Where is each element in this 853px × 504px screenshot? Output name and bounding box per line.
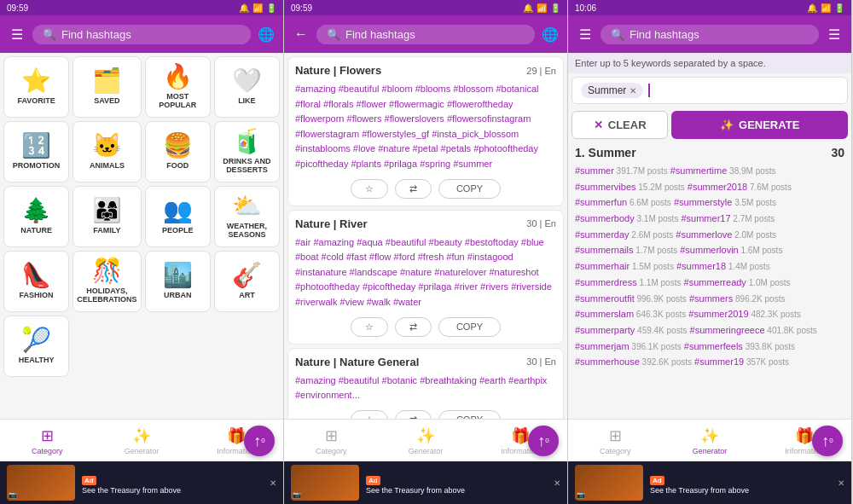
category-item-art[interactable]: 🎸 ART	[214, 251, 280, 312]
tag-count-10: 1.7M posts	[633, 246, 677, 255]
remove-tag-icon[interactable]: ✕	[630, 86, 636, 96]
result-tag-item-7[interactable]: #summer17 2.7M posts	[681, 213, 775, 223]
nav-generator-1[interactable]: ✨ Generator	[95, 420, 189, 461]
nav-generator-2[interactable]: ✨ Generator	[379, 420, 473, 461]
result-tag-item-17[interactable]: #summers 896.2K posts	[689, 293, 786, 304]
hashtag-section-flowers: Nature | Flowers 29 | En #amazing #beaut…	[287, 56, 564, 206]
tag-count-0: 391.7M posts	[614, 166, 668, 176]
nav-category-2[interactable]: ⊞ Category	[284, 420, 379, 461]
shuffle-btn-flowers[interactable]: ⇄	[395, 179, 432, 199]
category-label-animals: ANIMALS	[90, 161, 125, 170]
category-item-people[interactable]: 👥 PEOPLE	[145, 186, 211, 247]
result-tag-item-24[interactable]: #summerhouse 392.6K posts	[575, 356, 694, 367]
tag-name-18: #summerslam	[575, 309, 634, 319]
result-tag-item-16[interactable]: #summeroutfit 996.9K posts	[575, 293, 689, 304]
category-item-drinks_desserts[interactable]: 🧃 DRINKS AND DESSERTS	[214, 121, 280, 182]
panel-2-hashtags: 09:59 🔔 📶 🔋 ← 🔍 Find hashtags 🌐 Nature |…	[284, 0, 568, 504]
category-item-healthy[interactable]: 🎾 HEALTHY	[3, 316, 69, 377]
result-tag-item-14[interactable]: #summerdress 1.1M posts	[575, 277, 684, 287]
category-icon-animals: 🐱	[92, 134, 122, 158]
result-tag-item-6[interactable]: #summerbody 3.1M posts	[575, 213, 681, 223]
search-placeholder-2: Find hashtags	[345, 28, 415, 41]
result-tag-item-18[interactable]: #summerslam 646.3K posts	[575, 309, 688, 319]
search-box-2[interactable]: 🔍 Find hashtags	[316, 25, 535, 44]
favorite-btn-river[interactable]: ☆	[351, 317, 388, 337]
shuffle-btn-nature_general[interactable]: ⇄	[395, 410, 432, 419]
result-tag-item-11[interactable]: #summerlovin 1.6M posts	[680, 245, 782, 255]
nav-category-1[interactable]: ⊞ Category	[0, 420, 95, 461]
category-item-promotion[interactable]: 🔢 PROMOTION	[3, 121, 69, 182]
fab-counter-2[interactable]: ↑ 0	[528, 426, 559, 456]
keyword-input-area[interactable]: Summer ✕	[572, 77, 848, 104]
category-grid: ⭐ FAVORITE 🗂️ SAVED 🔥 MOST POPULAR 🤍 LIK…	[0, 53, 283, 380]
result-tag-item-2[interactable]: #summervibes 15.2M posts	[575, 182, 688, 192]
nav-category-3[interactable]: ⊞ Category	[568, 420, 663, 461]
result-tag-item-20[interactable]: #summerparty 459.4K posts	[575, 325, 690, 335]
shuffle-btn-river[interactable]: ⇄	[395, 317, 432, 337]
result-tag-item-25[interactable]: #summer19 357K posts	[694, 356, 789, 367]
category-item-holidays_celebrations[interactable]: 🎊 HOLIDAYS, CELEBRATIONS	[73, 251, 141, 312]
category-item-family[interactable]: 👨‍👩‍👧 FAMILY	[73, 186, 141, 247]
result-tag-item-9[interactable]: #summerlove 2.0M posts	[676, 229, 776, 240]
keyword-tag-summer[interactable]: Summer ✕	[581, 83, 643, 98]
hamburger-icon-3[interactable]: ☰	[577, 26, 594, 43]
category-item-nature[interactable]: 🌲 NATURE	[3, 186, 69, 247]
clear-button[interactable]: ✕ CLEAR	[572, 111, 668, 139]
search-box-1[interactable]: 🔍 Find hashtags	[32, 25, 251, 44]
back-icon-2[interactable]: ←	[293, 26, 310, 43]
result-count: 30	[831, 146, 844, 159]
ad-close-2[interactable]: ✕	[554, 478, 560, 488]
result-tag-item-12[interactable]: #summerhair 1.5M posts	[575, 261, 676, 271]
info-icon-2: 🎁	[511, 426, 530, 445]
result-tag-item-23[interactable]: #summerfeels 393.8K posts	[684, 341, 795, 351]
category-item-food[interactable]: 🍔 FOOD	[145, 121, 211, 182]
tag-name-2: #summervibes	[575, 182, 636, 192]
result-tag-item-4[interactable]: #summerfun 6.6M posts	[575, 197, 674, 207]
result-tag-item-21[interactable]: #summeringreece 401.8K posts	[690, 325, 817, 335]
generate-button[interactable]: ✨ GENERATE	[671, 111, 848, 139]
fab-counter-1[interactable]: ↑ 0	[244, 426, 275, 456]
result-tag-item-13[interactable]: #summer18 1.4M posts	[676, 261, 770, 271]
ad-close-3[interactable]: ✕	[838, 478, 844, 488]
copy-btn-nature_general[interactable]: COPY	[438, 410, 501, 419]
globe-icon-1[interactable]: 🌐	[258, 26, 275, 43]
status-time-1: 09:59	[7, 3, 28, 13]
ad-banner-2: 📷 Ad See the Treasury from above ✕	[284, 461, 567, 504]
category-item-like[interactable]: 🤍 LIKE	[214, 56, 280, 118]
hamburger-icon[interactable]: ☰	[9, 26, 26, 43]
category-item-weather_seasons[interactable]: ⛅ WEATHER, SEASONS	[214, 186, 280, 247]
favorite-btn-nature_general[interactable]: ☆	[351, 410, 388, 419]
fab-counter-3[interactable]: ↑ 0	[812, 426, 843, 456]
category-item-favorite[interactable]: ⭐ FAVORITE	[3, 56, 69, 118]
clear-label: CLEAR	[608, 119, 647, 131]
filter-icon-3[interactable]: ☰	[826, 26, 843, 43]
result-tag-item-15[interactable]: #summerready 1.0M posts	[684, 277, 791, 287]
category-label-healthy: HEALTHY	[19, 356, 55, 364]
copy-btn-river[interactable]: COPY	[438, 317, 501, 337]
category-item-animals[interactable]: 🐱 ANIMALS	[73, 121, 141, 182]
category-item-fashion[interactable]: 👠 FASHION	[3, 251, 69, 312]
result-tag-item-0[interactable]: #summer 391.7M posts	[575, 165, 670, 176]
result-tag-item-10[interactable]: #summernails 1.7M posts	[575, 245, 680, 255]
tag-count-22: 396.1K posts	[630, 342, 682, 351]
copy-btn-flowers[interactable]: COPY	[438, 179, 501, 199]
result-tag-item-3[interactable]: #summer2018 7.6M posts	[688, 182, 792, 192]
category-label-promotion: PROMOTION	[13, 161, 61, 170]
favorite-btn-flowers[interactable]: ☆	[351, 179, 388, 199]
tag-count-23: 393.8K posts	[743, 342, 795, 351]
category-item-urban[interactable]: 🏙️ URBAN	[145, 251, 211, 312]
category-item-most_popular[interactable]: 🔥 MOST POPULAR	[145, 56, 211, 118]
nav-generator-3[interactable]: ✨ Generator	[663, 420, 757, 461]
tag-name-14: #summerdress	[575, 277, 637, 287]
result-tag-item-22[interactable]: #summerjam 396.1K posts	[575, 341, 684, 351]
result-tag-item-5[interactable]: #summerstyle 3.5M posts	[674, 197, 776, 207]
ad-close-1[interactable]: ✕	[270, 478, 276, 488]
globe-icon-2[interactable]: 🌐	[542, 26, 559, 43]
result-tag-item-8[interactable]: #summerday 2.6M posts	[575, 229, 676, 240]
category-item-saved[interactable]: 🗂️ SAVED	[73, 56, 141, 118]
result-tag-item-1[interactable]: #summertime 38.9M posts	[670, 165, 776, 176]
generate-label: GENERATE	[739, 119, 799, 131]
result-tag-item-19[interactable]: #summer2019 482.3K posts	[688, 309, 800, 319]
tag-count-11: 1.6M posts	[739, 246, 783, 255]
search-box-3[interactable]: 🔍 Find hashtags	[601, 25, 819, 44]
